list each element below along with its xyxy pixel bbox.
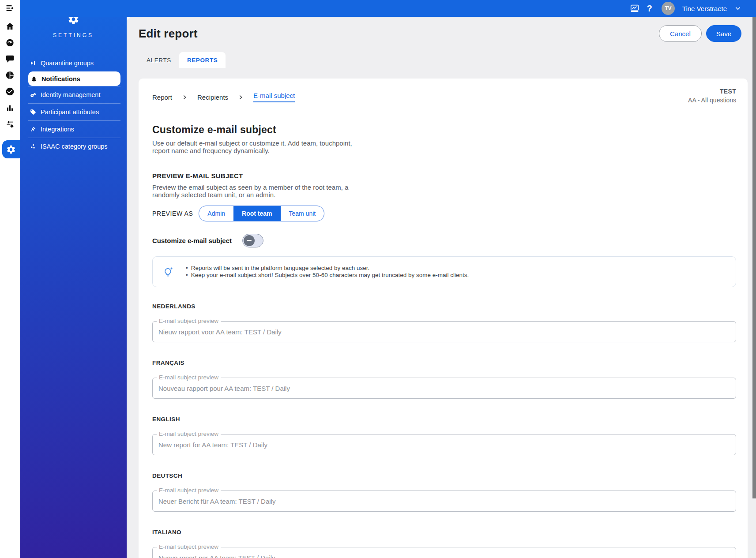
pie-chart-icon	[5, 71, 15, 80]
nav-reports-button[interactable]	[5, 71, 15, 80]
nav-tasks-button[interactable]	[5, 87, 15, 96]
header-actions: Cancel Save	[659, 25, 741, 42]
dots-cluster-icon	[30, 143, 36, 150]
info-box: Reports will be sent in the platform lan…	[152, 256, 736, 287]
segment-admin[interactable]: Admin	[199, 206, 233, 221]
chat-icon	[5, 54, 15, 64]
tab-alerts[interactable]: ALERTS	[139, 52, 179, 68]
field-label: E-mail subject preview	[157, 318, 221, 324]
save-button[interactable]: Save	[706, 25, 741, 42]
section-description: Use our default e-mail subject or custom…	[152, 139, 364, 154]
field-value: Nieuw rapport voor AA team: TEST / Daily	[158, 328, 282, 336]
field-value: New report for AA team: TEST / Daily	[158, 441, 267, 449]
nav-chat-button[interactable]	[5, 54, 15, 64]
bar-chart-icon	[5, 103, 15, 112]
sidebar-item-label: ISAAC category groups	[41, 143, 108, 150]
tag-icon	[30, 109, 36, 115]
nav-dashboard-button[interactable]	[5, 38, 15, 47]
field-label: E-mail subject preview	[157, 374, 221, 381]
menu-expand-button[interactable]	[5, 4, 15, 13]
preview-section-description: Preview the email subject as seen by a m…	[152, 184, 360, 198]
email-subject-preview-field[interactable]: E-mail subject preview Nouveau rapport p…	[152, 378, 736, 399]
preview-as-segmented-control: Admin Root team Team unit	[199, 206, 324, 221]
email-subject-preview-field[interactable]: E-mail subject preview New report for AA…	[152, 434, 736, 455]
report-subtitle: AA - All questions	[688, 97, 736, 104]
tab-reports[interactable]: REPORTS	[179, 52, 226, 68]
user-name: Tine Verstraete	[682, 5, 727, 12]
field-label: E-mail subject preview	[157, 431, 221, 437]
language-previews: NEDERLANDS E-mail subject preview Nieuw …	[152, 303, 736, 558]
scrollbar-track[interactable]	[752, 17, 756, 558]
language-section-italiano: ITALIANO E-mail subject preview Nuovo re…	[152, 529, 736, 558]
breadcrumb: Report Recipients E-mail subject	[152, 92, 295, 102]
sidebar-item-isaac-category-groups[interactable]: ISAAC category groups	[28, 138, 120, 155]
email-subject-preview-field[interactable]: E-mail subject preview Neuer Bericht für…	[152, 491, 736, 512]
chevron-down-icon[interactable]	[734, 5, 741, 12]
settings-gear-icon	[6, 145, 16, 154]
field-label: E-mail subject preview	[157, 487, 221, 494]
field-value: Nuovo report per AA team: TEST / Daily	[158, 554, 275, 558]
sidebar-title: SETTINGS	[53, 32, 94, 38]
page-header: Edit report Cancel Save	[139, 23, 741, 44]
topbar: ? TV Tine Verstraete	[20, 0, 756, 17]
field-label: E-mail subject preview	[157, 543, 221, 550]
nav-automation-button[interactable]	[5, 120, 15, 129]
language-label: DEUTSCH	[152, 472, 736, 479]
key-icon	[30, 92, 36, 98]
nav-settings-button[interactable]	[2, 140, 20, 158]
toggle-knob-minus-icon	[244, 235, 255, 246]
home-icon	[5, 22, 15, 31]
avatar[interactable]: TV	[662, 2, 675, 15]
field-value: Neuer Bericht für AA team: TEST / Daily	[158, 498, 275, 505]
nav-home-button[interactable]	[5, 22, 15, 31]
report-info: TEST AA - All questions	[688, 88, 736, 104]
segment-root-team[interactable]: Root team	[233, 206, 280, 221]
customize-email-subject-toggle[interactable]	[242, 234, 263, 247]
nav-analytics-button[interactable]	[5, 103, 15, 112]
field-value: Nouveau rapport pour AA team: TEST / Dai…	[158, 385, 290, 392]
section-heading: Customize e-mail subject	[152, 124, 736, 136]
chevron-right-icon	[238, 94, 244, 100]
language-label: FRANÇAIS	[152, 360, 736, 366]
sidebar-item-participant-attributes[interactable]: Participant attributes	[28, 103, 120, 120]
email-subject-preview-field[interactable]: E-mail subject preview Nieuw rapport voo…	[152, 321, 736, 342]
customize-toggle-label: Customize e-mail subject	[152, 237, 232, 244]
customize-toggle-row: Customize e-mail subject	[152, 234, 736, 247]
breadcrumb-email-subject[interactable]: E-mail subject	[253, 92, 295, 102]
chevron-right-icon	[182, 94, 188, 100]
language-label: ENGLISH	[152, 416, 736, 423]
sidebar-nav: Quarantine groups Notifications Identity…	[20, 55, 127, 155]
language-section-francais: FRANÇAIS E-mail subject preview Nouveau …	[152, 360, 736, 399]
sidebar-item-quarantine-groups[interactable]: Quarantine groups	[28, 55, 120, 71]
breadcrumb-report[interactable]: Report	[152, 94, 172, 101]
preview-as-row: PREVIEW AS Admin Root team Team unit	[152, 206, 736, 221]
dashboard-icon	[5, 38, 15, 47]
icon-rail	[0, 0, 20, 558]
email-subject-preview-field[interactable]: E-mail subject preview Nuovo report per …	[152, 547, 736, 558]
chart-screen-icon[interactable]	[630, 4, 639, 13]
lightbulb-icon	[162, 266, 174, 278]
main-content: Edit report Cancel Save ALERTS REPORTS R…	[127, 17, 756, 558]
sidebar-item-notifications[interactable]: Notifications	[28, 71, 120, 86]
sidebar-item-label: Integrations	[41, 126, 74, 133]
check-circle-icon	[5, 87, 15, 96]
preview-section-title: PREVIEW E-MAIL SUBJECT	[152, 172, 736, 180]
info-notes: Reports will be sent in the platform lan…	[186, 265, 469, 279]
info-note: Keep your e-mail subject short! Subjects…	[186, 272, 469, 279]
breadcrumb-recipients[interactable]: Recipients	[197, 94, 228, 101]
help-icon[interactable]: ?	[647, 4, 652, 13]
tabs: ALERTS REPORTS	[139, 52, 226, 68]
cancel-button[interactable]: Cancel	[659, 25, 702, 42]
sidebar-item-label: Identity management	[41, 91, 100, 98]
sidebar-item-integrations[interactable]: Integrations	[28, 120, 120, 138]
sidebar-item-identity-management[interactable]: Identity management	[28, 86, 120, 103]
sidebar-item-label: Quarantine groups	[41, 60, 94, 67]
language-section-deutsch: DEUTSCH E-mail subject preview Neuer Ber…	[152, 472, 736, 512]
language-label: NEDERLANDS	[152, 303, 736, 310]
scrollbar-thumb[interactable]	[752, 17, 756, 498]
segment-team-unit[interactable]: Team unit	[281, 206, 324, 221]
menu-expand-icon	[5, 4, 15, 13]
card-top-row: Report Recipients E-mail subject TEST AA…	[152, 92, 736, 104]
settings-sidebar: SETTINGS Quarantine groups Notifications…	[20, 0, 127, 558]
workflow-settings-icon	[5, 120, 15, 129]
